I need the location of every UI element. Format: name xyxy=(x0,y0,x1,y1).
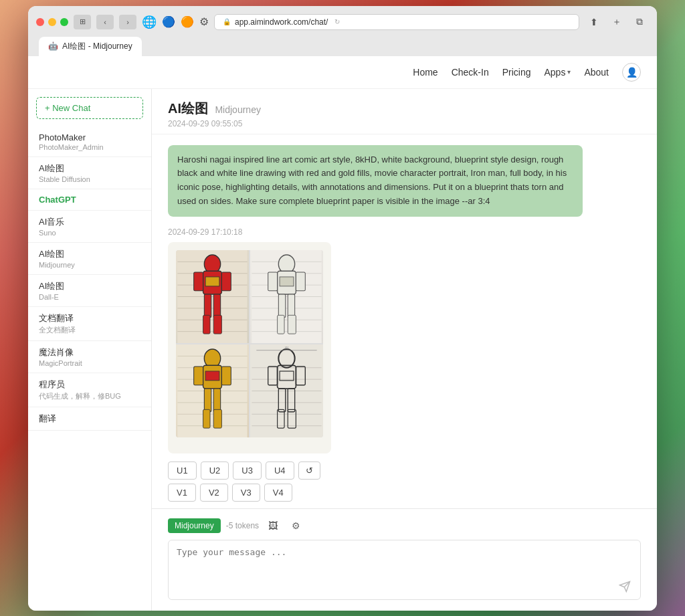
sidebar-item-title: AI绘图 xyxy=(39,163,140,175)
u4-button[interactable]: U4 xyxy=(266,461,294,480)
address-bar[interactable]: 🔒 app.aimindwork.com/chat/ ↻ xyxy=(214,14,579,30)
sidebar-item-translate[interactable]: 翻译 xyxy=(28,407,151,431)
browser-chrome: ⊞ ‹ › 🌐 🔵 🟠 ⚙ 🔒 app.aimindwork.com/chat/… xyxy=(28,6,657,56)
u3-button[interactable]: U3 xyxy=(233,461,262,480)
chat-title: AI绘图 xyxy=(168,101,208,116)
nav-apps-wrapper[interactable]: Apps ▾ xyxy=(544,67,571,78)
apps-dropdown-icon: ▾ xyxy=(567,68,571,76)
main-layout: + New Chat PhotoMaker PhotoMaker_Admin A… xyxy=(28,89,657,611)
nav-apps[interactable]: Apps xyxy=(544,67,565,78)
app-content: Home Check-In Pricing Apps ▾ About 👤 + N… xyxy=(28,56,657,611)
svg-rect-50 xyxy=(213,409,221,428)
svg-rect-47 xyxy=(204,389,211,412)
nav-about[interactable]: About xyxy=(584,67,609,78)
image-cell-1 xyxy=(176,250,249,343)
v3-button[interactable]: V3 xyxy=(232,484,260,502)
svg-rect-10 xyxy=(205,277,219,286)
textarea-wrapper xyxy=(168,540,641,603)
sidebar-item-docstranslate[interactable]: 文档翻译 全文档翻译 xyxy=(28,307,151,341)
image-upload-button[interactable]: 🖼 xyxy=(264,517,282,534)
image-result-container: W xyxy=(168,242,331,453)
share-button[interactable]: ⬆ xyxy=(585,13,603,31)
app-nav: Home Check-In Pricing Apps ▾ About 👤 xyxy=(28,56,657,89)
v4-button[interactable]: V4 xyxy=(264,484,292,502)
svg-rect-28 xyxy=(268,272,278,291)
image-cell-3 xyxy=(176,344,249,437)
chat-header: AI绘图 Midjourney 2024-09-29 09:55:05 xyxy=(152,89,657,134)
sidebar-item-sub: Suno xyxy=(39,229,140,237)
sidebar-toggle-button[interactable]: ⊞ xyxy=(74,15,91,29)
sidebar-item-sub: 代码生成，解释，修BUG xyxy=(39,391,140,401)
nav-home[interactable]: Home xyxy=(413,67,437,78)
nav-checkin[interactable]: Check-In xyxy=(452,67,489,78)
image-timestamp: 2024-09-29 17:10:18 xyxy=(168,227,641,237)
sidebar-item-ai-stable[interactable]: AI绘图 Stable Diffusion xyxy=(28,157,151,189)
sidebar-item-sub: Stable Diffusion xyxy=(39,175,140,183)
chat-subtitle: Midjourney xyxy=(215,104,260,115)
model-badge[interactable]: Midjourney xyxy=(168,518,221,533)
svg-rect-11 xyxy=(194,272,203,291)
svg-rect-27 xyxy=(280,277,294,286)
sidebar-item-title: ChatGPT xyxy=(39,195,140,205)
sidebar-item-sub: 全文档翻译 xyxy=(39,325,140,335)
sidebar-item-title: AI音乐 xyxy=(39,216,140,228)
svg-rect-31 xyxy=(288,294,294,318)
tab-label: AI绘图 - Midjourney xyxy=(62,41,132,52)
svg-rect-44 xyxy=(205,371,219,381)
chat-timestamp-header: 2024-09-29 09:55:05 xyxy=(168,119,641,128)
u2-button[interactable]: U2 xyxy=(201,461,229,480)
traffic-lights xyxy=(36,18,68,26)
forward-button[interactable]: › xyxy=(119,15,136,29)
tabs-button[interactable]: ⧉ xyxy=(630,13,649,31)
new-tab-button[interactable]: ＋ xyxy=(607,13,626,31)
browser-titlebar: ⊞ ‹ › 🌐 🔵 🟠 ⚙ 🔒 app.aimindwork.com/chat/… xyxy=(36,13,649,31)
refresh-button[interactable]: ↺ xyxy=(298,461,320,480)
svg-rect-14 xyxy=(213,294,220,318)
svg-rect-30 xyxy=(278,294,285,318)
u1-button[interactable]: U1 xyxy=(168,461,197,480)
sidebar-item-sub: Dall-E xyxy=(39,293,140,301)
new-chat-button[interactable]: + New Chat xyxy=(36,97,143,119)
message-input[interactable] xyxy=(168,540,641,600)
sidebar-item-midjourney[interactable]: AI绘图 Midjourney xyxy=(28,243,151,275)
minimize-button[interactable] xyxy=(48,18,56,26)
sidebar-item-title: PhotoMaker xyxy=(39,132,140,142)
address-bar-row: 🌐 🔵 🟠 ⚙ 🔒 app.aimindwork.com/chat/ ↻ ⬆ ＋… xyxy=(142,13,649,31)
sidebar: + New Chat PhotoMaker PhotoMaker_Admin A… xyxy=(28,89,152,611)
chat-area: AI绘图 Midjourney 2024-09-29 09:55:05 Haro… xyxy=(152,89,657,611)
chat-title-row: AI绘图 Midjourney xyxy=(168,100,641,118)
svg-rect-49 xyxy=(203,409,210,428)
chat-messages[interactable]: Haroshi nagai inspired line art comic ar… xyxy=(152,134,657,508)
svg-rect-33 xyxy=(288,315,296,334)
tab-favicon: 🤖 xyxy=(48,41,58,51)
v1-button[interactable]: V1 xyxy=(168,484,196,502)
active-tab[interactable]: 🤖 AI绘图 - Midjourney xyxy=(39,37,142,56)
sidebar-item-photomaker[interactable]: PhotoMaker PhotoMaker_Admin xyxy=(28,127,151,157)
sidebar-item-chatgpt[interactable]: ChatGPT xyxy=(28,189,151,211)
reload-icon[interactable]: ↻ xyxy=(334,18,340,25)
user-profile-button[interactable]: 👤 xyxy=(622,63,641,82)
maximize-button[interactable] xyxy=(60,18,68,26)
svg-rect-32 xyxy=(278,315,284,334)
sidebar-item-dalle[interactable]: AI绘图 Dall-E xyxy=(28,275,151,307)
token-badge: -5 tokens xyxy=(226,521,259,530)
send-button[interactable] xyxy=(615,577,634,596)
image-grid: W xyxy=(176,250,323,437)
v2-button[interactable]: V2 xyxy=(200,484,228,502)
back-button[interactable]: ‹ xyxy=(96,15,114,29)
sidebar-item-sub: Midjourney xyxy=(39,261,140,269)
url-text: app.aimindwork.com/chat/ xyxy=(235,17,328,27)
settings-button[interactable]: ⚙ xyxy=(287,517,304,534)
tab-bar: 🤖 AI绘图 - Midjourney xyxy=(36,37,649,56)
sidebar-item-magicportrait[interactable]: 魔法肖像 MagicPortrait xyxy=(28,341,151,373)
browser-window: ⊞ ‹ › 🌐 🔵 🟠 ⚙ 🔒 app.aimindwork.com/chat/… xyxy=(28,6,657,611)
image-cell-4: W xyxy=(250,344,323,437)
lock-icon: 🔒 xyxy=(223,18,231,25)
close-button[interactable] xyxy=(36,18,44,26)
svg-rect-46 xyxy=(221,367,231,385)
sidebar-item-coder[interactable]: 程序员 代码生成，解释，修BUG xyxy=(28,373,151,407)
action-buttons-row1: U1 U2 U3 U4 ↺ xyxy=(168,461,641,480)
sidebar-item-sub: PhotoMaker_Admin xyxy=(39,143,140,151)
sidebar-item-aimusic[interactable]: AI音乐 Suno xyxy=(28,211,151,243)
nav-pricing[interactable]: Pricing xyxy=(502,67,531,78)
